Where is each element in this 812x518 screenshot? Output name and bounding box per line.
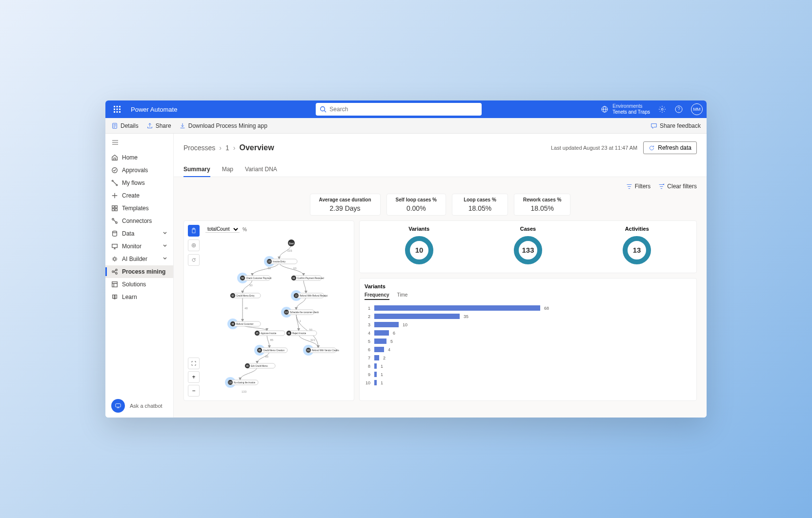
sidebar-item-label: Learn (122, 294, 137, 300)
map-node[interactable]: 65Approve Invoice (255, 331, 285, 336)
svg-text:13: 13 (633, 246, 641, 254)
sidebar-item-my-flows[interactable]: My flows (105, 177, 173, 189)
app-launcher-icon[interactable] (109, 101, 125, 117)
sidebar-item-label: Home (122, 154, 138, 161)
download-button[interactable]: Download Process Mining app (179, 122, 267, 129)
clear-filters-button[interactable]: Clear filters (658, 183, 697, 190)
tab-summary[interactable]: Summary (183, 162, 210, 177)
kpi-value: 18.05% (461, 204, 499, 212)
svg-rect-25 (112, 209, 114, 211)
breadcrumb-processes[interactable]: Processes (183, 144, 215, 152)
sidebar-item-label: Connectors (122, 218, 152, 224)
map-node[interactable]: 113Schedule the customer check (281, 307, 319, 318)
svg-line-10 (325, 111, 326, 113)
donut-chart: 13 (621, 235, 652, 266)
sidebar-item-create[interactable]: Create (105, 189, 173, 202)
map-node[interactable]: Start (288, 239, 295, 246)
map-node[interactable]: 331Refund With Vendor Credits (303, 345, 340, 356)
variants-tab-time[interactable]: Time (397, 292, 408, 300)
variants-tabs: FrequencyTime (365, 292, 691, 300)
sidebar-item-learn[interactable]: Learn (105, 291, 173, 303)
sidebar-item-data[interactable]: Data (105, 227, 173, 240)
templates-icon (111, 205, 118, 212)
feedback-button[interactable]: Share feedback (650, 122, 701, 129)
donut-chart: 10 (404, 235, 435, 266)
svg-text:Refund With Vendor Credits: Refund With Vendor Credits (312, 349, 340, 352)
tab-map[interactable]: Map (222, 162, 233, 177)
chatbot-button[interactable]: Ask a chatbot (105, 394, 173, 418)
svg-text:48: 48 (231, 323, 234, 325)
svg-point-28 (116, 222, 118, 224)
breadcrumb-id[interactable]: 1 (225, 144, 229, 152)
variants-title: Variants (365, 283, 691, 289)
bar-value: 2 (383, 356, 386, 360)
svg-point-14 (661, 108, 663, 110)
svg-text:113: 113 (284, 311, 288, 314)
map-tool-clipboard[interactable] (188, 225, 200, 237)
svg-text:50: 50 (268, 267, 271, 270)
svg-text:Credit Memo Entry: Credit Memo Entry (236, 295, 255, 297)
svg-rect-35 (112, 282, 118, 287)
sidebar-item-templates[interactable]: Templates (105, 202, 173, 215)
svg-rect-30 (112, 244, 118, 248)
bar-value: 1 (381, 372, 383, 377)
sidebar-item-monitor[interactable]: Monitor (105, 240, 173, 253)
filters-button[interactable]: Filters (626, 183, 651, 190)
map-tool-target[interactable] (188, 239, 200, 251)
bar-row: 72 (365, 354, 691, 362)
kpi-label: Self loop cases % (396, 197, 437, 202)
page-toolbar: Details Share Download Process Mining ap… (105, 118, 707, 134)
search-input[interactable] (329, 106, 478, 113)
map-node[interactable]: 133No-closing the invoice (225, 377, 258, 388)
settings-icon[interactable] (658, 105, 667, 114)
tab-variant-dna[interactable]: Variant DNA (245, 162, 277, 177)
map-metric-select[interactable]: totalCount (205, 226, 240, 233)
bar-row: 55 (365, 337, 691, 345)
svg-point-29 (113, 231, 117, 233)
environment-picker[interactable]: Environments Tenets and Traps (601, 103, 650, 115)
map-node[interactable]: 13Refund With Refund Receipt (291, 290, 328, 301)
process-map[interactable]: 133506350481853218550Start133Invoice Ent… (208, 236, 350, 401)
sidebar-toggle[interactable] (105, 136, 173, 151)
variants-tab-frequency[interactable]: Frequency (365, 292, 389, 300)
map-zoom-out[interactable]: − (188, 385, 200, 397)
home-icon (111, 154, 118, 161)
svg-text:321: 321 (310, 339, 316, 341)
search-wrap (203, 103, 595, 116)
svg-rect-1 (117, 106, 118, 107)
sidebar-item-connectors[interactable]: Connectors (105, 215, 173, 227)
svg-text:Schedule the customer check: Schedule the customer check (290, 311, 319, 314)
search-box[interactable] (316, 103, 482, 116)
learn-icon (111, 294, 118, 300)
refresh-button[interactable]: Refresh data (643, 141, 697, 154)
sidebar-item-approvals[interactable]: Approvals (105, 164, 173, 177)
sidebar-item-ai-builder[interactable]: AI Builder (105, 253, 173, 265)
map-node[interactable]: 46Reject Invoice (286, 331, 317, 336)
user-avatar[interactable]: MM (691, 103, 703, 115)
sidebar-item-solutions[interactable]: Solutions (105, 278, 173, 291)
share-icon (146, 122, 153, 129)
map-node[interactable]: 85Credit Memo Creation (254, 345, 287, 356)
svg-text:Reject Invoice: Reject Invoice (292, 332, 306, 335)
svg-text:50: 50 (249, 284, 253, 287)
svg-text:Start: Start (289, 242, 294, 245)
page-title: Overview (240, 143, 274, 152)
search-icon (320, 106, 326, 113)
map-node[interactable]: 60Credit Memo Entry (230, 293, 261, 298)
share-button[interactable]: Share (146, 122, 171, 129)
bar (374, 305, 540, 311)
svg-text:63: 63 (293, 267, 297, 270)
svg-text:Refund With Refund Receipt: Refund With Refund Receipt (300, 295, 328, 297)
svg-rect-37 (192, 229, 195, 233)
details-button[interactable]: Details (111, 122, 139, 129)
map-zoom-in[interactable]: + (188, 371, 200, 383)
sidebar-item-home[interactable]: Home (105, 151, 173, 164)
map-node[interactable]: 48Refund Customer (227, 319, 261, 329)
map-node[interactable]: 63Confirm Payment Received (291, 276, 324, 280)
help-icon[interactable] (674, 105, 683, 114)
map-node[interactable]: 50Check Customer Payment (237, 273, 272, 283)
map-node[interactable]: 65Edit Credit Memo (245, 363, 275, 368)
sidebar-item-process-mining[interactable]: Process mining (105, 265, 173, 278)
map-fullscreen[interactable] (188, 358, 200, 369)
map-tool-reset[interactable] (188, 254, 200, 266)
